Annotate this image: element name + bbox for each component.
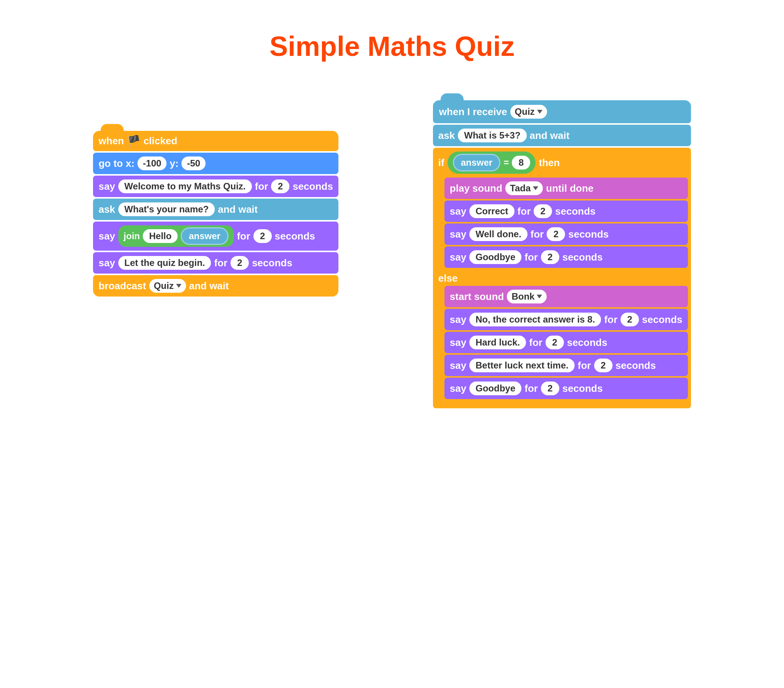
ask-text[interactable]: What is 5+3? — [458, 128, 526, 142]
start-sound-block[interactable]: start sound Bonk — [445, 286, 688, 307]
say-hardluck-secs: seconds — [567, 337, 608, 349]
answer-block: answer — [453, 154, 501, 171]
goto-block[interactable]: go to x: -100 y: -50 — [93, 153, 338, 174]
ask-wait: and wait — [530, 130, 570, 142]
say1-num[interactable]: 2 — [271, 179, 290, 193]
broadcast-dropdown[interactable]: Quiz — [149, 279, 186, 293]
when-label: when — [98, 135, 124, 147]
say-welldone-secs: seconds — [568, 229, 609, 240]
dropdown-arrow-icon — [176, 284, 181, 288]
dropdown-arrow-quiz-icon — [537, 110, 542, 114]
say-welldone-block[interactable]: say Well done. for 2 seconds — [445, 224, 688, 245]
say-better-block[interactable]: say Better luck next time. for 2 seconds — [445, 355, 688, 376]
say3-text[interactable]: Let the quiz begin. — [118, 256, 211, 270]
say-correct-secs: seconds — [555, 206, 596, 217]
ask1-wait: and wait — [218, 204, 258, 216]
say1-seconds: seconds — [293, 181, 333, 193]
broadcast-block[interactable]: broadcast Quiz and wait — [93, 275, 338, 296]
say-no-for: for — [604, 314, 618, 326]
else-label: else — [433, 271, 691, 286]
say-goodbye1-secs: seconds — [562, 252, 603, 263]
hardluck-num[interactable]: 2 — [545, 336, 564, 349]
correct-text[interactable]: Correct — [469, 204, 514, 218]
eq-label: = — [503, 157, 509, 168]
goodbye2-text[interactable]: Goodbye — [469, 382, 521, 395]
say-goodbye2-block[interactable]: say Goodbye for 2 seconds — [445, 378, 688, 399]
ask-name-block[interactable]: ask What's your name? and wait — [93, 199, 338, 220]
ask1-label: ask — [98, 204, 115, 216]
say2-num[interactable]: 2 — [254, 229, 272, 243]
hello-input[interactable]: Hello — [143, 229, 178, 243]
say1-for: for — [255, 181, 268, 193]
goodbye2-num[interactable]: 2 — [541, 382, 559, 395]
quiz-dropdown[interactable]: Quiz — [510, 105, 547, 119]
else-branch: start sound Bonk say No, the correct ans… — [433, 286, 691, 402]
ask-quiz-block[interactable]: ask What is 5+3? and wait — [433, 125, 691, 146]
say-no-secs: seconds — [642, 314, 683, 326]
say2-label: say — [98, 230, 115, 242]
dropdown-arrow-bonk-icon — [537, 295, 542, 298]
say-welldone-for: for — [530, 229, 544, 240]
hardluck-text[interactable]: Hard luck. — [469, 336, 526, 349]
say3-for: for — [214, 257, 227, 269]
clicked-label: clicked — [143, 135, 177, 147]
ask-label: ask — [438, 130, 455, 142]
say1-label: say — [98, 181, 115, 193]
welldone-text[interactable]: Well done. — [469, 227, 527, 241]
bonk-dropdown[interactable]: Bonk — [507, 290, 547, 303]
say1-text[interactable]: Welcome to my Maths Quiz. — [118, 179, 252, 193]
right-script: when I receive Quiz ask What is 5+3? and… — [433, 100, 691, 408]
left-script: when 🏴 clicked go to x: -100 y: -50 say … — [93, 131, 338, 296]
flag-icon: 🏴 — [127, 135, 140, 147]
say-correct-block[interactable]: say Correct for 2 seconds — [445, 201, 688, 222]
y-value[interactable]: -50 — [181, 156, 206, 170]
say-correct-label: say — [450, 206, 466, 217]
say2-seconds: seconds — [275, 230, 315, 242]
when-flag-clicked-block[interactable]: when 🏴 clicked — [93, 131, 338, 151]
say-no-label: say — [450, 314, 466, 326]
say-better-for: for — [578, 360, 591, 372]
say-goodbye1-for: for — [524, 252, 538, 263]
say-no-block[interactable]: say No, the correct answer is 8. for 2 s… — [445, 309, 688, 330]
answer-oval: answer — [181, 227, 229, 245]
welldone-num[interactable]: 2 — [547, 227, 565, 241]
y-label: y: — [170, 158, 178, 170]
goodbye1-num[interactable]: 2 — [541, 250, 559, 264]
say-hardluck-block[interactable]: say Hard luck. for 2 seconds — [445, 332, 688, 353]
say-quiz-begin-block[interactable]: say Let the quiz begin. for 2 seconds — [93, 252, 338, 273]
eq-value[interactable]: 8 — [512, 156, 530, 170]
if-header[interactable]: if answer = 8 then — [433, 148, 691, 178]
better-num[interactable]: 2 — [594, 359, 613, 372]
ask1-text[interactable]: What's your name? — [118, 202, 215, 216]
then-label: then — [539, 157, 560, 169]
when-receive-block[interactable]: when I receive Quiz — [433, 100, 691, 123]
better-text[interactable]: Better luck next time. — [469, 359, 575, 372]
say-hardluck-for: for — [529, 337, 542, 349]
say-join-block[interactable]: say join Hello answer for 2 seconds — [93, 222, 338, 251]
say-better-label: say — [450, 360, 466, 372]
say-goodbye2-for: for — [524, 383, 538, 395]
condition-operator: answer = 8 — [448, 151, 536, 174]
play-label: play sound — [450, 183, 502, 194]
no-text[interactable]: No, the correct answer is 8. — [469, 313, 601, 326]
correct-num[interactable]: 2 — [534, 204, 552, 218]
no-num[interactable]: 2 — [621, 313, 639, 326]
tada-dropdown[interactable]: Tada — [505, 181, 543, 195]
if-label: if — [438, 157, 445, 169]
say-goodbye1-block[interactable]: say Goodbye for 2 seconds — [445, 247, 688, 268]
when-receive-label: when I receive — [439, 106, 507, 118]
then-branch: play sound Tada until done say Correct f… — [433, 178, 691, 271]
dropdown-arrow-tada-icon — [533, 186, 538, 190]
broadcast-wait: and wait — [189, 280, 229, 292]
x-value[interactable]: -100 — [137, 156, 166, 170]
say-goodbye1-label: say — [450, 252, 466, 263]
say-correct-for: for — [517, 206, 531, 217]
say-welcome-block[interactable]: say Welcome to my Maths Quiz. for 2 seco… — [93, 176, 338, 197]
start-sound-label: start sound — [450, 291, 504, 303]
say-goodbye2-label: say — [450, 383, 466, 395]
until-done: until done — [546, 183, 593, 194]
goodbye1-text[interactable]: Goodbye — [469, 250, 521, 264]
say3-num[interactable]: 2 — [231, 256, 249, 270]
goto-label: go to x: — [98, 158, 134, 170]
play-sound-block[interactable]: play sound Tada until done — [445, 178, 688, 199]
